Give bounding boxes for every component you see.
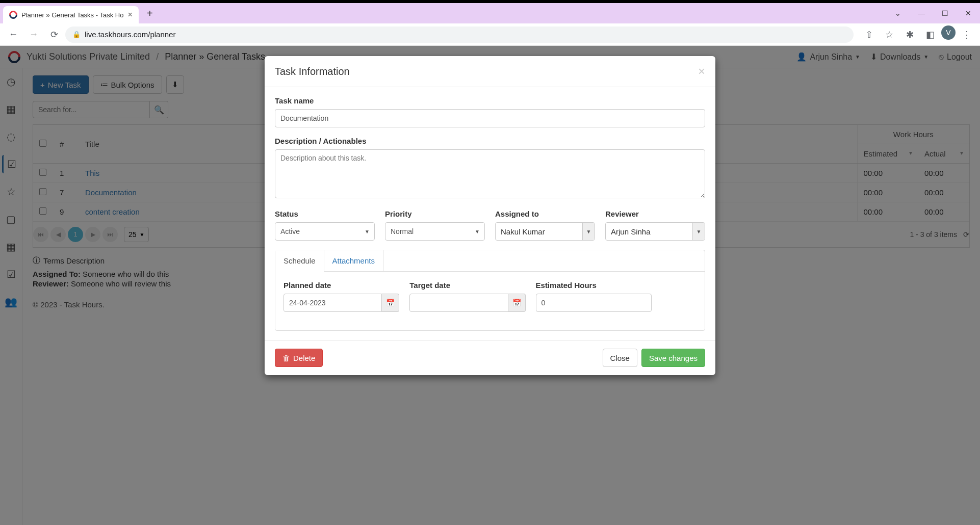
chevron-down-icon: ▼: [692, 223, 705, 240]
menu-icon[interactable]: ⋮: [958, 25, 976, 44]
planned-date-label: Planned date: [283, 281, 399, 290]
profile-avatar[interactable]: V: [941, 25, 956, 40]
save-button[interactable]: Save changes: [641, 349, 705, 367]
close-icon[interactable]: ×: [698, 64, 705, 78]
bookmark-icon[interactable]: ☆: [880, 25, 898, 44]
address-bar: ← → ⟳ 🔒 live.taskhours.com/planner ⇧ ☆ ✱…: [0, 23, 980, 46]
task-info-modal: Task Information × Task name Description…: [265, 56, 715, 375]
modal-title: Task Information: [275, 66, 350, 77]
delete-button[interactable]: 🗑 Delete: [275, 349, 323, 367]
status-select[interactable]: [275, 222, 375, 241]
tab-title: Planner » General Tasks - Task Ho: [21, 11, 123, 19]
reload-icon[interactable]: ⟳: [45, 25, 63, 44]
calendar-icon[interactable]: 📅: [382, 294, 399, 312]
forward-icon: →: [24, 25, 43, 44]
est-hours-label: Estimated Hours: [536, 281, 652, 290]
description-input[interactable]: [275, 149, 705, 198]
browser-tab-strip: Planner » General Tasks - Task Ho × + ⌄ …: [0, 3, 980, 23]
close-window-icon[interactable]: ✕: [957, 3, 980, 23]
close-button[interactable]: Close: [603, 349, 637, 367]
tab-attachments[interactable]: Attachments: [324, 250, 383, 271]
lock-icon: 🔒: [72, 31, 81, 38]
status-label: Status: [275, 209, 375, 218]
site-favicon: [8, 9, 19, 21]
assigned-label: Assigned to: [495, 209, 595, 218]
description-label: Description / Actionables: [275, 137, 705, 145]
tab-schedule[interactable]: Schedule: [275, 250, 324, 272]
minimize-icon[interactable]: —: [910, 3, 933, 23]
new-tab-button[interactable]: +: [143, 6, 157, 20]
reviewer-label: Reviewer: [605, 209, 705, 218]
chevron-down-icon: ▼: [582, 223, 595, 240]
calendar-icon[interactable]: 📅: [508, 294, 526, 312]
priority-select[interactable]: [385, 222, 485, 241]
back-icon[interactable]: ←: [4, 25, 22, 44]
browser-tab[interactable]: Planner » General Tasks - Task Ho ×: [3, 6, 139, 23]
url-text: live.taskhours.com/planner: [85, 30, 175, 39]
task-name-label: Task name: [275, 96, 705, 105]
priority-label: Priority: [385, 209, 485, 218]
extensions-icon[interactable]: ✱: [900, 25, 919, 44]
window-dropdown-icon[interactable]: ⌄: [886, 3, 910, 23]
task-name-input[interactable]: [275, 109, 705, 127]
planned-date-input[interactable]: [283, 294, 382, 312]
est-hours-input[interactable]: [536, 294, 652, 312]
maximize-icon[interactable]: ☐: [933, 3, 957, 23]
trash-icon: 🗑: [282, 354, 290, 362]
panel-icon[interactable]: ◧: [921, 25, 939, 44]
share-icon[interactable]: ⇧: [860, 25, 878, 44]
target-date-label: Target date: [409, 281, 525, 290]
target-date-input[interactable]: [409, 294, 508, 312]
url-field[interactable]: 🔒 live.taskhours.com/planner: [65, 27, 854, 43]
close-tab-icon[interactable]: ×: [127, 10, 132, 19]
assigned-select[interactable]: Nakul Kumar ▼: [495, 222, 595, 241]
reviewer-select[interactable]: Arjun Sinha ▼: [605, 222, 705, 241]
